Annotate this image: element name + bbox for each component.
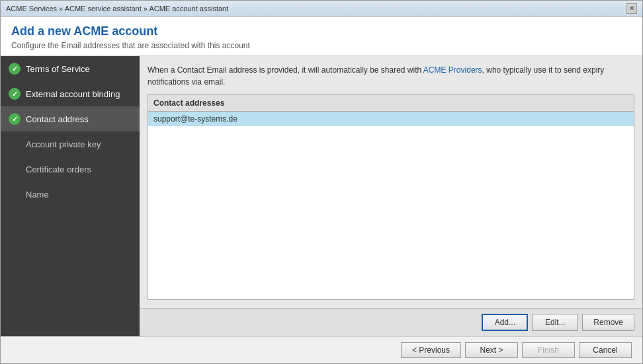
- footer: < Previous Next > Finish Cancel: [1, 336, 642, 363]
- email-value: support@te-systems.de: [153, 114, 237, 124]
- contact-addresses-table: Contact addresses support@te-systems.de: [148, 94, 634, 300]
- sidebar-item-certificate-orders[interactable]: Certificate orders: [1, 157, 140, 182]
- page-title: Add a new ACME account: [11, 24, 632, 38]
- table-body: support@te-systems.de: [148, 112, 634, 299]
- sidebar: ✓ Terms of Service ✓ External account bi…: [1, 56, 140, 336]
- check-icon: ✓: [9, 63, 21, 75]
- sidebar-item-terms-of-service[interactable]: ✓ Terms of Service: [1, 56, 140, 81]
- main-content: When a Contact Email address is provided…: [140, 56, 642, 308]
- sidebar-item-label: Contact address: [26, 114, 89, 124]
- previous-button[interactable]: < Previous: [401, 342, 461, 358]
- sidebar-item-contact-address[interactable]: ✓ Contact address: [1, 106, 140, 131]
- sidebar-item-label: Name: [26, 190, 49, 200]
- sidebar-item-external-account-binding[interactable]: ✓ External account binding: [1, 81, 140, 106]
- sidebar-item-account-private-key[interactable]: Account private key: [1, 131, 140, 157]
- remove-button[interactable]: Remove: [582, 314, 634, 331]
- info-text: When a Contact Email address is provided…: [148, 64, 634, 88]
- add-button[interactable]: Add...: [482, 314, 528, 331]
- finish-button[interactable]: Finish: [522, 342, 575, 358]
- spacer-icon: [9, 188, 21, 200]
- spacer-icon: [9, 163, 21, 175]
- close-button[interactable]: ✕: [626, 3, 637, 14]
- spacer-icon: [9, 138, 21, 150]
- sidebar-item-label: External account binding: [26, 89, 120, 99]
- check-icon: ✓: [9, 113, 21, 125]
- edit-button[interactable]: Edit...: [532, 314, 578, 331]
- acme-providers-link: ACME Providers: [423, 65, 482, 75]
- content-area: ✓ Terms of Service ✓ External account bi…: [1, 56, 642, 336]
- cancel-button[interactable]: Cancel: [579, 342, 632, 358]
- check-icon: ✓: [9, 88, 21, 100]
- next-button[interactable]: Next >: [465, 342, 518, 358]
- title-bar-text: ACME Services » ACME service assistant »…: [6, 5, 228, 13]
- main-panel: When a Contact Email address is provided…: [140, 56, 642, 336]
- main-window: ACME Services » ACME service assistant »…: [0, 0, 643, 364]
- sidebar-item-label: Terms of Service: [26, 64, 90, 74]
- table-column-header: Contact addresses: [148, 95, 634, 112]
- page-header: Add a new ACME account Configure the Ema…: [1, 17, 642, 56]
- page-subtitle: Configure the Email addresses that are a…: [11, 41, 632, 50]
- table-row[interactable]: support@te-systems.de: [148, 112, 634, 126]
- action-bar: Add... Edit... Remove: [140, 308, 642, 336]
- sidebar-item-label: Certificate orders: [26, 164, 91, 174]
- sidebar-item-name[interactable]: Name: [1, 182, 140, 207]
- title-bar: ACME Services » ACME service assistant »…: [1, 1, 642, 17]
- sidebar-item-label: Account private key: [26, 139, 101, 149]
